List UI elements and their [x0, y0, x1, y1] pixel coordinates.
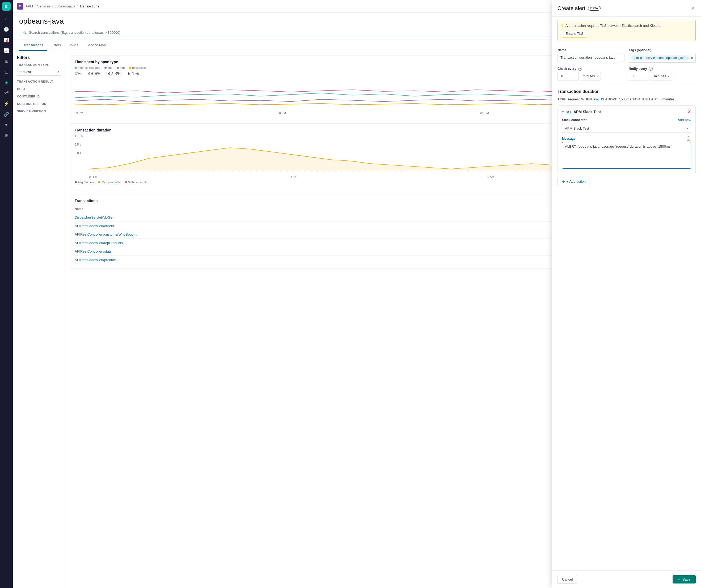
condition-row: TYPE request WHEN avg IS ABOVE 1500ms FO…: [557, 97, 696, 101]
tab-transactions[interactable]: Transactions: [19, 40, 47, 51]
connector-select-value: APM Slack Test: [565, 126, 589, 130]
breadcrumb-services[interactable]: Services: [37, 4, 50, 8]
sidebar-icon-recent[interactable]: 🕐: [2, 24, 11, 34]
modal-close-button[interactable]: ✕: [690, 4, 696, 12]
filters-panel: Filters TRANSACTION TYPE request ▾ TRANS…: [13, 51, 66, 588]
tab-service-map[interactable]: Service Map: [82, 40, 110, 51]
filter-group-type: TRANSACTION TYPE request ▾: [17, 63, 61, 76]
filter-group-host: HOST: [17, 87, 61, 90]
sidebar-icon-home[interactable]: ⌂: [2, 14, 11, 23]
sidebar-icon-visualize[interactable]: 📈: [2, 46, 11, 55]
beta-badge: BETA: [588, 6, 601, 11]
svg-rect-5: [568, 111, 569, 112]
notify-every-label: Notify every ?: [629, 67, 696, 71]
cond-is-above-label: IS ABOVE: [601, 97, 617, 101]
y-label-bot: 0.0 s: [75, 152, 83, 155]
tls-warning-text: ℹ Alert creation requires TLS between El…: [562, 23, 691, 28]
cancel-button[interactable]: Cancel: [557, 575, 577, 584]
stat-app: 48.6%: [88, 71, 101, 76]
save-label: Save: [682, 577, 690, 581]
filter-select-type[interactable]: request ▾: [17, 68, 61, 76]
action-collapse-button[interactable]: ▾: [562, 110, 564, 114]
notify-every-unit-select[interactable]: minutes ▾: [651, 72, 672, 80]
divider-1: [557, 85, 696, 85]
tag-apm-text: apm: [633, 56, 639, 60]
legend-internalresource: InternalResource: [75, 66, 100, 69]
notify-unit-chevron-icon: ▾: [668, 75, 669, 77]
svg-rect-6: [570, 111, 571, 112]
sidebar-icon-monitoring[interactable]: ♥: [2, 120, 11, 129]
breadcrumb: APM / Services / opbeans-java / Transact…: [25, 4, 99, 8]
sidebar-icon-canvas[interactable]: ◻: [2, 67, 11, 76]
check-every-group: Check every ? minutes ▾: [557, 67, 625, 80]
tag-service-name-text: service.name:opbeans-java: [647, 56, 686, 60]
notify-every-number[interactable]: [629, 72, 650, 80]
filters-title: Filters: [17, 55, 61, 60]
modal-title-text: Create alert: [557, 5, 586, 11]
span-x-label-1: 03 PM: [75, 111, 83, 115]
check-every-number[interactable]: [557, 72, 579, 80]
sidebar-icon-discover[interactable]: 📊: [2, 35, 11, 45]
action-card-body: Slack connector Add new APM Slack Test ▾…: [558, 118, 695, 174]
cond-for-last-label: FOR THE LAST: [633, 97, 658, 101]
cond-when-label: WHEN: [581, 97, 592, 101]
y-label-top: 11.0 s: [75, 134, 83, 137]
message-textarea[interactable]: ALERT: `opbeans-java` average `request` …: [562, 142, 691, 169]
enable-tls-button[interactable]: Enable TLS: [562, 30, 587, 37]
notify-every-group: Notify every ? minutes ▾: [629, 67, 696, 80]
filter-label-k8s: KUBERNETES POD: [17, 102, 61, 105]
modal-title-wrap: Create alert BETA: [557, 5, 601, 11]
add-new-connector-link[interactable]: Add new: [678, 118, 691, 122]
stat-postgresql: 9.1%: [128, 71, 139, 76]
dur-x-label-3: 06 AM: [486, 175, 494, 179]
sidebar-icon-maps[interactable]: 🗺: [2, 88, 11, 98]
info-icon: ℹ: [562, 23, 563, 28]
save-button[interactable]: ✓ Save: [673, 575, 696, 583]
check-every-help-icon: ?: [578, 67, 582, 71]
sidebar-icon-settings[interactable]: ⚙: [2, 131, 11, 140]
svg-rect-3: [570, 112, 571, 113]
modal-footer: Cancel ✓ Save: [552, 570, 701, 588]
tags-label: Tags (optional): [629, 48, 696, 52]
tags-container[interactable]: apm × service.name:opbeans-java × ✕: [629, 53, 696, 63]
action-remove-button[interactable]: ✕: [687, 109, 691, 115]
cond-threshold: 1500ms: [619, 97, 631, 101]
sidebar-logo[interactable]: E: [2, 2, 11, 11]
create-alert-modal: Create alert BETA ✕ ℹ Alert creation req…: [552, 0, 701, 588]
add-action-button[interactable]: ⊕ + Add action: [557, 177, 590, 186]
legend-http: http: [116, 66, 125, 69]
add-action-plus-icon: ⊕: [562, 180, 565, 184]
sidebar-icon-ml[interactable]: ⚡: [2, 99, 11, 108]
tab-errors[interactable]: Errors: [47, 40, 65, 51]
sidebar-icon-apm[interactable]: ◈: [2, 77, 11, 87]
tab-jvms[interactable]: JVMs: [65, 40, 82, 51]
modal-body: Name Tags (optional) apm × service.name:…: [552, 44, 701, 570]
sidebar-icon-graph[interactable]: 🔗: [2, 109, 11, 119]
name-tags-row: Name Tags (optional) apm × service.name:…: [557, 48, 696, 63]
tx-duration-section-title: Transaction duration: [557, 89, 696, 94]
svg-rect-2: [568, 112, 569, 113]
timing-row: Check every ? minutes ▾ Notify every ?: [557, 67, 696, 80]
connector-label: Slack connector: [562, 118, 587, 122]
connector-row: Slack connector Add new: [562, 118, 691, 122]
svg-rect-4: [566, 111, 567, 112]
connector-select[interactable]: APM Slack Test ▾: [562, 124, 691, 133]
tag-service-name-remove[interactable]: ×: [686, 56, 689, 60]
page-title: opbeans-java: [19, 17, 64, 25]
tags-clear-icon[interactable]: ✕: [690, 55, 694, 60]
dur-legend-avg: Avg: 245 ms: [75, 181, 94, 184]
stat-http: 42.3%: [108, 71, 122, 76]
modal-header: Create alert BETA ✕: [552, 0, 701, 17]
check-every-unit-select[interactable]: minutes ▾: [580, 72, 601, 80]
notify-every-help-icon: ?: [649, 67, 653, 71]
tag-apm-remove[interactable]: ×: [640, 56, 642, 60]
breadcrumb-service[interactable]: opbeans-java: [54, 4, 75, 8]
save-checkmark-icon: ✓: [678, 577, 681, 581]
search-icon: 🔍: [23, 31, 27, 34]
name-input[interactable]: [557, 53, 625, 62]
dur-x-label-2: Tue 07: [287, 175, 296, 179]
filter-label-result: TRANSACTION RESULT: [17, 80, 61, 83]
breadcrumb-apm[interactable]: APM: [25, 4, 33, 8]
sidebar-icon-dashboard[interactable]: ⊞: [2, 56, 11, 66]
action-card-title-text: APM Slack Test: [573, 110, 601, 114]
